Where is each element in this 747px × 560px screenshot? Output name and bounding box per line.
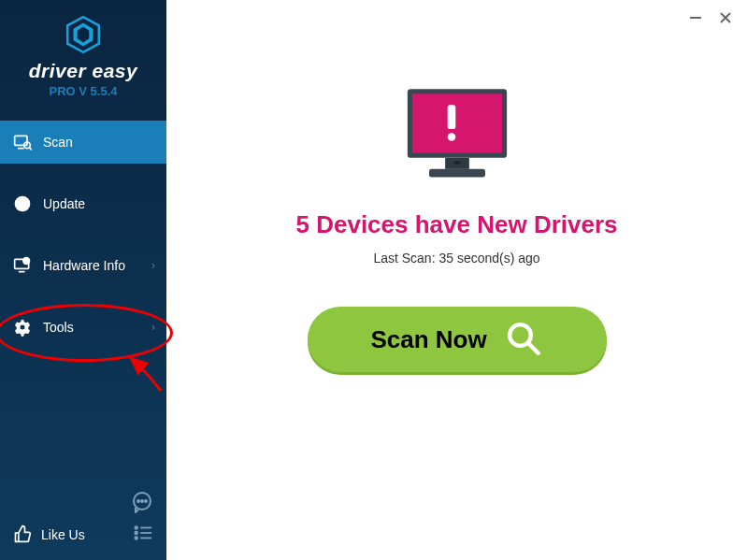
sidebar-item-label: Tools bbox=[43, 320, 74, 335]
thumbs-up-icon bbox=[13, 524, 32, 546]
svg-point-13 bbox=[135, 526, 137, 529]
scan-icon bbox=[13, 133, 32, 151]
tools-icon bbox=[13, 318, 32, 337]
sidebar: driver easy PRO V 5.5.4 Scan Update bbox=[0, 0, 166, 560]
sidebar-bottom: Like Us bbox=[0, 481, 166, 560]
brand-logo-icon bbox=[64, 15, 103, 54]
like-us-button[interactable]: Like Us bbox=[13, 524, 85, 546]
svg-point-12 bbox=[145, 500, 147, 502]
svg-rect-23 bbox=[412, 93, 502, 152]
svg-line-30 bbox=[528, 343, 539, 353]
svg-rect-24 bbox=[447, 105, 455, 129]
brand-version: PRO V 5.5.4 bbox=[50, 84, 118, 98]
chevron-right-icon: › bbox=[151, 321, 155, 334]
feedback-button[interactable] bbox=[13, 491, 153, 513]
scan-now-label: Scan Now bbox=[370, 325, 486, 354]
minimize-button[interactable] bbox=[687, 9, 704, 26]
chevron-right-icon: › bbox=[151, 259, 155, 272]
svg-text:i: i bbox=[25, 258, 27, 265]
close-button[interactable] bbox=[717, 9, 734, 26]
sidebar-item-update[interactable]: Update bbox=[0, 182, 166, 225]
last-scan-text: Last Scan: 35 second(s) ago bbox=[373, 251, 539, 266]
window-controls bbox=[687, 9, 734, 26]
sidebar-item-tools[interactable]: Tools › bbox=[0, 306, 166, 349]
sidebar-item-label: Scan bbox=[43, 135, 73, 150]
svg-point-10 bbox=[137, 500, 139, 502]
sidebar-item-label: Update bbox=[43, 196, 85, 211]
scan-now-button[interactable]: Scan Now bbox=[308, 307, 607, 372]
svg-point-25 bbox=[447, 133, 455, 141]
sidebar-item-scan[interactable]: Scan bbox=[0, 121, 166, 164]
svg-line-4 bbox=[30, 148, 33, 151]
svg-rect-28 bbox=[429, 169, 485, 178]
logo-area: driver easy PRO V 5.5.4 bbox=[0, 0, 166, 106]
main-content: 5 Devices have New Drivers Last Scan: 35… bbox=[166, 0, 747, 560]
sidebar-item-hardware-info[interactable]: i Hardware Info › bbox=[0, 244, 166, 287]
sidebar-item-label: Hardware Info bbox=[43, 258, 125, 273]
alert-monitor-icon bbox=[401, 84, 513, 188]
svg-point-17 bbox=[135, 537, 137, 539]
svg-point-15 bbox=[135, 532, 137, 535]
nav: Scan Update i Hardware Info › bbox=[0, 121, 166, 349]
update-icon bbox=[13, 194, 32, 213]
like-us-label: Like Us bbox=[41, 527, 85, 542]
brand-name: driver easy bbox=[29, 60, 137, 82]
menu-icon[interactable] bbox=[133, 523, 153, 547]
headline: 5 Devices have New Drivers bbox=[296, 210, 618, 239]
svg-point-11 bbox=[141, 500, 143, 502]
search-icon bbox=[504, 319, 543, 361]
hardware-info-icon: i bbox=[13, 256, 32, 275]
svg-point-27 bbox=[453, 161, 460, 164]
